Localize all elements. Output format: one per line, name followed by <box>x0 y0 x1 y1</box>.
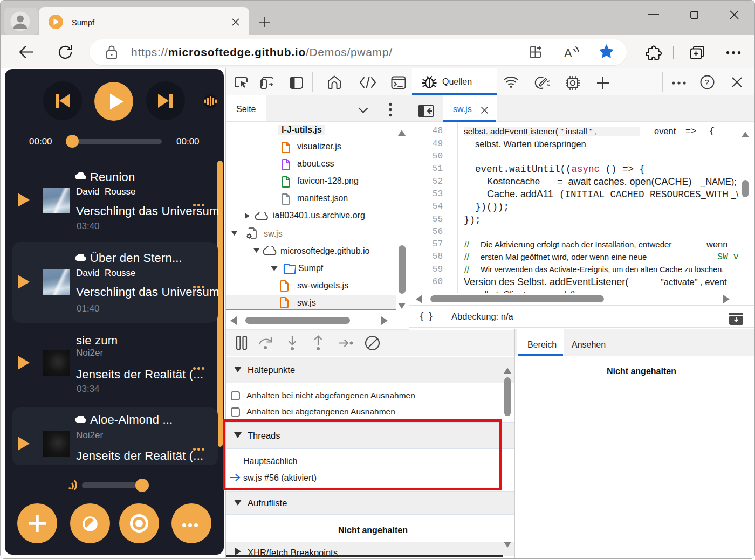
svg-text:?: ? <box>705 78 709 87</box>
svg-text:A: A <box>564 46 572 60</box>
